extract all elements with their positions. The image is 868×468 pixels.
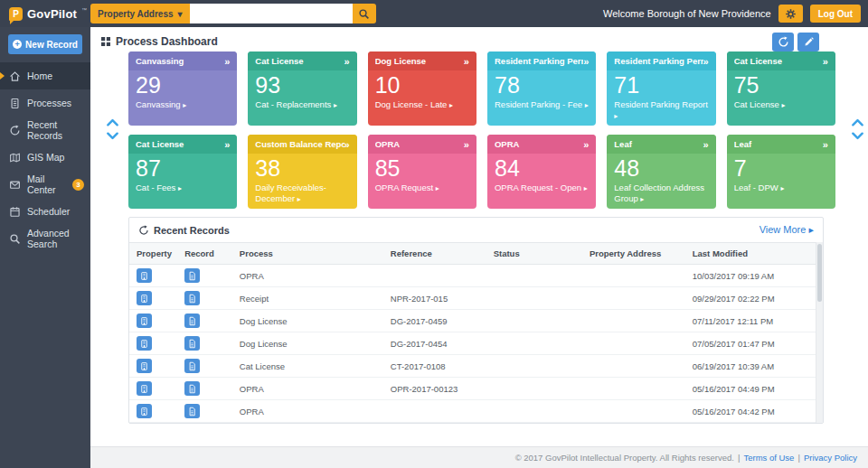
recent-records-header: Recent Records View More ▸ [129,218,823,242]
process-cell: Receipt [232,287,383,310]
card-expand-icon[interactable]: » [823,139,828,150]
card-expand-icon[interactable]: » [224,139,230,150]
card-title: Canvassing [136,56,224,66]
dashboard-card[interactable]: OPRA » 84 OPRA Request - Open ▸ [487,135,596,209]
dashboard-card[interactable]: Leaf » 7 Leaf - DPW ▸ [727,135,835,209]
card-body: 75 Cat License ▸ [727,70,835,110]
logout-button[interactable]: Log Out [810,5,861,23]
property-button[interactable] [137,359,152,373]
dashboard-card[interactable]: Canvassing » 29 Canvassing ▸ [128,51,237,126]
record-button[interactable] [184,336,200,351]
dashboard-card[interactable]: Resident Parking Permit » 71 Resident Pa… [607,51,715,126]
dashboard-card[interactable]: Leaf » 48 Leaf Collection Address Group … [607,135,715,209]
card-expand-icon[interactable]: » [583,56,589,67]
settings-button[interactable] [778,5,803,23]
property-button[interactable] [137,404,152,418]
property-button[interactable] [137,381,152,396]
table-scrollbar[interactable] [816,242,823,423]
property-search-input[interactable] [190,4,353,23]
arrow-right-icon: ▸ [808,224,814,235]
card-expand-icon[interactable]: » [583,139,589,150]
building-icon [139,294,149,304]
card-link[interactable]: Cat - Fees ▸ [136,183,230,193]
refresh-dashboard-button[interactable] [772,33,794,51]
sidebar-item-home[interactable]: Home [0,62,90,89]
dashboard-card[interactable]: Cat License » 75 Cat License ▸ [727,51,835,126]
table-scrollbar-thumb[interactable] [817,244,822,302]
property-button[interactable] [137,268,152,283]
sidebar-item-advanced-search[interactable]: Advanced Search [0,225,90,252]
govpilot-logo[interactable]: P GovPilot ™ [0,7,96,21]
record-button[interactable] [184,314,200,328]
card-link[interactable]: Leaf - DPW ▸ [734,183,828,193]
sidebar: + New Record Home Processes Recent Recor… [0,27,90,468]
dashboard-card[interactable]: OPRA » 85 OPRA Request ▸ [368,135,476,209]
table-row: Dog License DG-2017-0459 07/11/2017 12:1… [129,310,816,332]
card-expand-icon[interactable]: » [344,56,350,67]
card-link[interactable]: Leaf Collection Address Group ▸ [614,183,708,205]
arrow-right-icon: ▸ [297,195,301,203]
record-button[interactable] [184,268,200,283]
card-link[interactable]: Canvassing ▸ [136,99,230,110]
privacy-policy-link[interactable]: Privacy Policy [804,453,857,463]
property-button[interactable] [137,291,152,305]
card-link[interactable]: Dog License - Late ▸ [375,99,469,110]
property-button[interactable] [137,336,152,351]
terms-of-use-link[interactable]: Terms of Use [743,453,794,463]
dashboard-card[interactable]: Cat License » 93 Cat - Replacements ▸ [248,51,356,126]
card-link[interactable]: Daily Receivables- December ▸ [255,183,349,205]
card-expand-icon[interactable]: » [823,56,828,67]
card-link[interactable]: Resident Parking Report ▸ [614,99,708,122]
arrow-right-icon: ▸ [436,184,439,192]
card-link[interactable]: Cat License ▸ [734,99,828,110]
sidebar-item-gis-map[interactable]: GIS Map [0,144,90,171]
new-record-button[interactable]: + New Record [8,34,82,54]
card-link[interactable]: OPRA Request ▸ [375,183,469,193]
chevron-up-icon[interactable] [851,117,864,126]
record-button[interactable] [184,381,200,396]
sidebar-item-mail-center[interactable]: Mail Center 3 [0,171,90,198]
view-more-link[interactable]: View More ▸ [760,224,814,236]
history-icon [138,225,149,236]
card-expand-icon[interactable]: » [703,139,709,150]
last-modified-cell: 07/11/2017 12:11 PM [685,310,816,332]
card-title: Custom Balance Report [255,139,344,149]
property-cell [129,287,177,310]
card-expand-icon[interactable]: » [464,139,469,150]
property-address-cell [582,400,685,423]
card-link[interactable]: OPRA Request - Open ▸ [495,183,589,193]
property-button[interactable] [137,314,152,328]
history-icon [9,125,21,136]
chevron-down-icon[interactable] [851,132,864,141]
record-button[interactable] [184,291,200,305]
card-count: 85 [375,155,469,182]
dashboard-card[interactable]: Resident Parking Permit » 78 Resident Pa… [487,51,596,126]
card-expand-icon[interactable]: » [344,139,350,150]
record-button[interactable] [184,404,200,418]
record-button[interactable] [184,359,200,373]
card-expand-icon[interactable]: » [703,56,709,67]
building-icon [139,339,149,349]
col-last-modified: Last Modified [685,243,816,265]
edit-dashboard-button[interactable] [797,33,819,51]
card-header: Leaf » [727,135,835,154]
carousel-right-nav [851,117,864,141]
dashboard-card[interactable]: Cat License » 87 Cat - Fees ▸ [128,135,237,209]
sidebar-item-processes[interactable]: Processes [0,89,90,117]
card-expand-icon[interactable]: » [224,56,230,67]
property-address-cell [582,378,685,400]
last-modified-cell: 05/16/2017 04:49 PM [685,378,816,400]
sidebar-item-scheduler[interactable]: Scheduler [0,198,90,225]
card-expand-icon[interactable]: » [464,56,469,67]
search-button[interactable] [353,4,376,23]
card-link[interactable]: Cat - Replacements ▸ [255,99,349,110]
sidebar-item-recent-records[interactable]: Recent Records [0,117,90,144]
card-link[interactable]: Resident Parking - Fee ▸ [495,99,589,110]
chevron-up-icon[interactable] [106,117,119,126]
dashboard-card[interactable]: Custom Balance Report » 38 Daily Receiva… [248,135,356,209]
chevron-down-icon[interactable] [106,132,119,141]
dashboard-card[interactable]: Dog License » 10 Dog License - Late ▸ [368,51,476,126]
card-link-label: Resident Parking - Fee [495,99,582,109]
search-category-dropdown[interactable]: Property Address ▾ [90,4,190,23]
welcome-text: Welcome Borough of New Providence [603,8,771,19]
